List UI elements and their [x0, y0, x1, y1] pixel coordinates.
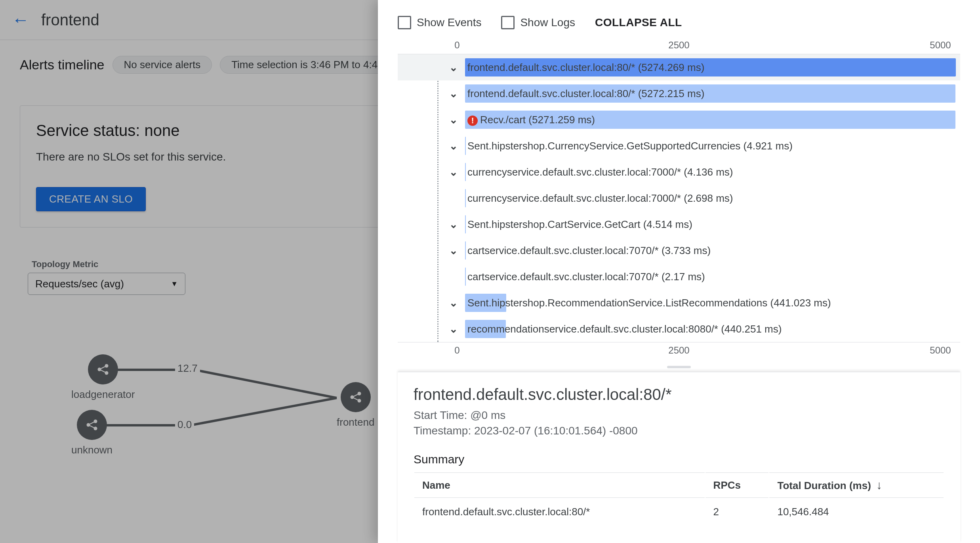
trace-panel: Show Events Show Logs COLLAPSE ALL 0 250…: [378, 0, 980, 543]
span-bar-track: Sent.hipstershop.RecommendationService.L…: [465, 294, 956, 312]
chevron-down-icon[interactable]: ⌄: [449, 323, 458, 335]
show-events-checkbox[interactable]: Show Events: [398, 16, 481, 29]
span-row[interactable]: ⌄Sent.hipstershop.RecommendationService.…: [398, 290, 960, 316]
summary-cell-total: 10,546.484: [769, 499, 944, 525]
summary-row[interactable]: frontend.default.svc.cluster.local:80/*2…: [414, 499, 944, 525]
span-bar-track: cartservice.default.svc.cluster.local:70…: [465, 268, 956, 286]
chevron-down-icon[interactable]: ⌄: [449, 245, 458, 257]
span-bar-track: frontend.default.svc.cluster.local:80/* …: [465, 84, 956, 103]
axis-tick: 5000: [930, 40, 951, 51]
chevron-down-icon[interactable]: ⌄: [449, 88, 458, 100]
span-label: currencyservice.default.svc.cluster.loca…: [467, 166, 733, 178]
span-row[interactable]: ⌄Sent.hipstershop.CurrencyService.GetSup…: [398, 133, 960, 159]
axis-bottom: 0 2500 5000: [402, 345, 956, 362]
summary-heading: Summary: [414, 453, 944, 466]
span-row[interactable]: ⌄recommendationservice.default.svc.clust…: [398, 316, 960, 342]
span-label: currencyservice.default.svc.cluster.loca…: [467, 192, 733, 205]
span-row[interactable]: ⌄currencyservice.default.svc.cluster.loc…: [398, 159, 960, 185]
span-label: Sent.hipstershop.CartService.GetCart (4.…: [467, 218, 692, 231]
chevron-down-icon[interactable]: ⌄: [449, 166, 458, 178]
span-bar-track: cartservice.default.svc.cluster.local:70…: [465, 241, 956, 260]
col-total-label: Total Duration (ms): [777, 480, 871, 491]
chevron-down-icon[interactable]: ⌄: [449, 61, 458, 74]
span-bar: [465, 215, 466, 233]
span-details: frontend.default.svc.cluster.local:80/* …: [398, 372, 960, 543]
axis-tick: 5000: [930, 345, 951, 356]
details-timestamp: Timestamp: 2023-02-07 (16:10:01.564) -08…: [414, 423, 944, 438]
span-bar-track: Sent.hipstershop.CurrencyService.GetSupp…: [465, 137, 956, 155]
chevron-down-icon[interactable]: ⌄: [449, 297, 458, 309]
chevron-down-icon[interactable]: ⌄: [449, 114, 458, 126]
show-logs-label: Show Logs: [520, 16, 575, 29]
span-row[interactable]: ⌄!Recv./cart (5271.259 ms): [398, 107, 960, 133]
summary-table: Name RPCs Total Duration (ms) ↓ frontend…: [414, 472, 944, 526]
chevron-down-icon[interactable]: ⌄: [449, 218, 458, 231]
span-label: !Recv./cart (5271.259 ms): [467, 114, 595, 126]
checkbox-icon: [501, 16, 515, 29]
axis-tick: 0: [454, 40, 459, 51]
span-row[interactable]: ⌄frontend.default.svc.cluster.local:80/*…: [398, 80, 960, 107]
checkbox-icon: [398, 16, 411, 29]
span-label: Sent.hipstershop.CurrencyService.GetSupp…: [467, 140, 793, 152]
details-meta: Start Time: @0 ms Timestamp: 2023-02-07 …: [414, 407, 944, 438]
col-total[interactable]: Total Duration (ms) ↓: [769, 472, 944, 498]
axis-tick: 2500: [668, 345, 689, 356]
span-bar-track: frontend.default.svc.cluster.local:80/* …: [465, 58, 956, 76]
details-start-time: Start Time: @0 ms: [414, 407, 944, 423]
span-list: ⌄frontend.default.svc.cluster.local:80/*…: [398, 54, 960, 342]
span-label: Sent.hipstershop.RecommendationService.L…: [467, 297, 831, 309]
span-bar-track: Sent.hipstershop.CartService.GetCart (4.…: [465, 215, 956, 233]
span-row[interactable]: currencyservice.default.svc.cluster.loca…: [398, 185, 960, 211]
error-icon: !: [467, 115, 478, 126]
axis-top: 0 2500 5000: [402, 40, 956, 54]
chevron-down-icon[interactable]: ⌄: [449, 140, 458, 152]
trace-toolbar: Show Events Show Logs COLLAPSE ALL: [378, 0, 980, 37]
show-logs-checkbox[interactable]: Show Logs: [501, 16, 575, 29]
summary-cell-name: frontend.default.svc.cluster.local:80/*: [414, 499, 705, 525]
span-label: frontend.default.svc.cluster.local:80/* …: [467, 61, 704, 74]
show-events-label: Show Events: [417, 16, 481, 29]
span-row[interactable]: ⌄cartservice.default.svc.cluster.local:7…: [398, 237, 960, 264]
span-bar: [465, 189, 466, 207]
span-bar: [465, 268, 466, 286]
span-bar: [465, 241, 466, 260]
collapse-all-button[interactable]: COLLAPSE ALL: [595, 16, 682, 29]
span-bar: [465, 163, 466, 181]
span-bar-track: !Recv./cart (5271.259 ms): [465, 111, 956, 129]
span-row[interactable]: ⌄frontend.default.svc.cluster.local:80/*…: [398, 54, 960, 80]
span-row[interactable]: ⌄Sent.hipstershop.CartService.GetCart (4…: [398, 211, 960, 237]
span-label: frontend.default.svc.cluster.local:80/* …: [467, 88, 704, 100]
span-bar-track: recommendationservice.default.svc.cluste…: [465, 320, 956, 338]
span-label: cartservice.default.svc.cluster.local:70…: [467, 271, 705, 283]
sort-arrow-icon: ↓: [876, 478, 882, 492]
col-name[interactable]: Name: [414, 472, 705, 498]
panel-resizer[interactable]: [378, 362, 980, 372]
span-row[interactable]: cartservice.default.svc.cluster.local:70…: [398, 264, 960, 290]
span-label: recommendationservice.default.svc.cluste…: [467, 323, 782, 335]
axis-tick: 2500: [668, 40, 689, 51]
span-label: cartservice.default.svc.cluster.local:70…: [467, 245, 711, 257]
span-bar-track: currencyservice.default.svc.cluster.loca…: [465, 189, 956, 207]
span-bar-track: currencyservice.default.svc.cluster.loca…: [465, 163, 956, 181]
col-rpcs[interactable]: RPCs: [705, 472, 769, 498]
summary-header-row: Name RPCs Total Duration (ms) ↓: [414, 472, 944, 498]
summary-cell-rpcs: 2: [705, 499, 769, 525]
span-bar: [465, 137, 466, 155]
axis-tick: 0: [454, 345, 459, 356]
details-title: frontend.default.svc.cluster.local:80/*: [414, 386, 944, 403]
